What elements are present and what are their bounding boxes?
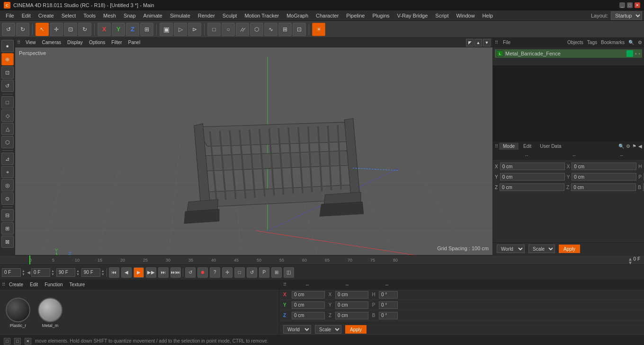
vp-menu-filter[interactable]: Filter [108,39,125,45]
menu-render[interactable]: Render [194,12,219,19]
record-btn[interactable]: ⏺ [197,267,208,278]
lt-point-btn[interactable]: ⬡ [1,136,14,148]
add-key-btn[interactable]: ✛ [222,267,233,278]
menu-select[interactable]: Select [58,12,80,19]
menu-mograph[interactable]: MoGraph [283,12,312,19]
cylinder-button[interactable]: ⌭ [236,23,249,36]
nurbs-button[interactable]: ⊞ [278,23,292,36]
axis-z-button[interactable]: Z [126,23,139,36]
menu-edit[interactable]: Edit [18,12,35,19]
pf-up[interactable]: ▲ [101,269,105,272]
lt-paint-btn[interactable]: ⌖ [1,166,14,178]
render-view-button[interactable]: ▷ [174,23,187,36]
coord-y-pos[interactable] [500,173,565,181]
obj-tab-objects[interactable]: Objects [567,40,583,45]
anim-apply-button[interactable]: Apply [345,325,367,334]
rp-file-btn[interactable]: File [499,39,514,46]
anim-x-val1[interactable] [292,291,325,299]
lt-select-btn[interactable]: ⊙ [1,192,14,205]
cf-prev[interactable]: ◀ [27,270,30,275]
current-frame-input[interactable] [31,268,50,277]
redo-button[interactable]: ↻ [16,23,29,36]
attr-settings-icon[interactable]: ⚙ [626,144,630,149]
viewport-canvas[interactable]: X Y Z [15,47,492,255]
menu-window[interactable]: Window [452,12,478,19]
vp-menu-options[interactable]: Options [86,39,108,45]
maximize-button[interactable]: □ [627,2,633,8]
menu-create[interactable]: Create [35,12,58,19]
light-button[interactable]: ☀ [312,23,325,36]
mat-menu-texture[interactable]: Texture [67,281,88,288]
menu-plugins[interactable]: Plugins [368,12,393,19]
sel-key-btn[interactable]: □ [234,267,245,278]
metal-swatch[interactable] [38,298,63,322]
vp-menu-display[interactable]: Display [64,39,86,45]
object-row-barricade[interactable]: L Metal_Barricade_Fence • • [495,49,642,58]
status-icon-3[interactable]: ✕ [25,338,31,345]
sf-dn[interactable]: ▼ [22,272,25,276]
menu-pipeline[interactable]: Pipeline [342,12,368,19]
anim-x-val2[interactable] [335,291,368,299]
lt-move-btn[interactable]: ⊕ [1,53,14,65]
world-dropdown[interactable]: World Object [497,245,525,253]
anim-z-rot[interactable] [379,312,398,319]
axis-x-button[interactable]: X [98,23,111,36]
lt-stamp-btn[interactable]: ◎ [1,179,14,191]
render-all-button[interactable]: ⊳ [188,23,201,36]
go-end-btn[interactable]: ⏭⏭ [170,267,181,278]
menu-motion-tracker[interactable]: Motion Tracker [241,12,283,19]
attr-tab-userdata[interactable]: User Data [536,143,565,150]
cursor-tool-button[interactable]: ↖ [36,23,49,36]
timeline-layout-btn[interactable]: ◫ [284,267,294,278]
cf-dn[interactable]: ▼ [51,272,54,276]
start-frame-input[interactable] [2,268,21,277]
coord-z-pos[interactable] [500,183,564,191]
timeline-arrow-down[interactable]: ▼ [628,260,633,265]
menu-simulate[interactable]: Simulate [166,12,194,19]
axis-y-button[interactable]: Y [112,23,125,36]
cf-up[interactable]: ▲ [51,269,54,272]
mat-menu-edit[interactable]: Edit [27,281,41,288]
lt-rotate-btn[interactable]: ↺ [1,80,14,92]
lt-model-btn[interactable]: ● [1,40,14,52]
menu-script[interactable]: Script [431,12,452,19]
menu-help[interactable]: Help [479,12,497,19]
coord-x-size[interactable] [572,163,636,170]
more-prims-button[interactable]: ⬡ [250,23,263,36]
preview-frame-input[interactable] [81,268,100,277]
coord-y-size[interactable] [572,173,636,181]
anim-x-rot[interactable] [379,291,398,299]
cube-button[interactable]: □ [207,23,221,36]
undo-button[interactable]: ↺ [2,23,15,36]
ef-up[interactable]: ▲ [76,269,80,272]
obj-search-icon[interactable]: 🔍 [628,40,634,45]
material-plastic[interactable]: Plastic_r [6,298,30,328]
timeline-ruler[interactable]: 0 5 10 15 20 25 30 35 40 45 50 55 60 65 … [0,255,644,265]
lt-layer3-btn[interactable]: ⊠ [1,236,14,248]
attr-back-icon[interactable]: ◀ [638,144,642,149]
vp-corners-btn[interactable]: ◤ [466,39,474,46]
play-btn[interactable]: ▶ [134,267,144,278]
coord-x-pos[interactable] [500,163,565,170]
render-region-button[interactable]: ▣ [160,23,173,36]
coord-z-size[interactable] [571,183,636,191]
anim-y-val2[interactable] [335,301,368,309]
status-icon-2[interactable]: □ [14,338,21,345]
menu-file[interactable]: File [2,12,18,19]
anim-z-val2[interactable] [335,312,368,319]
menu-character[interactable]: Character [312,12,342,19]
attr-tab-edit[interactable]: Edit [519,143,535,150]
mat-menu-create[interactable]: Create [6,281,26,288]
menu-mesh[interactable]: Mesh [99,12,120,19]
lt-layer1-btn[interactable]: ⊟ [1,209,14,221]
key-mode-btn[interactable]: ⊞ [271,267,282,278]
rotate-tool-button[interactable]: ↻ [78,23,91,36]
obj-extra-btn[interactable]: • [638,51,640,56]
anim-world-dropdown[interactable]: World Object [283,325,311,334]
scale-dropdown[interactable]: Scale Size [528,245,555,253]
go-last-btn[interactable]: ⏭ [158,267,169,278]
status-icon-1[interactable]: □ [4,338,10,345]
pos-interp-btn[interactable]: P [259,267,269,278]
anim-scale-dropdown[interactable]: Scale Size [315,325,341,334]
menu-sculpt[interactable]: Sculpt [219,12,241,19]
